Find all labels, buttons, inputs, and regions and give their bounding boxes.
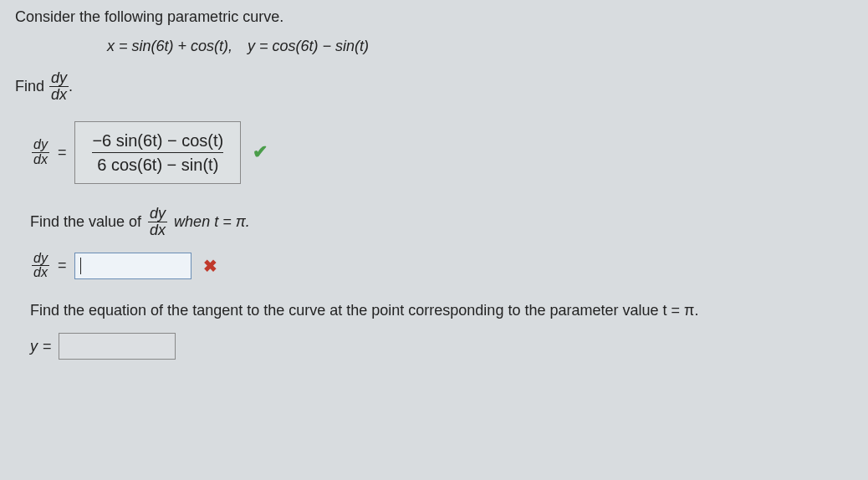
check-icon: ✔ bbox=[253, 141, 268, 163]
dy-dx-value-lhs-num: dy bbox=[32, 252, 49, 266]
text-cursor bbox=[80, 258, 81, 274]
equals-sign: = bbox=[58, 257, 67, 274]
dy-dx-value-lhs-den: dx bbox=[32, 265, 49, 280]
dy-dx-rhs-den: 6 cos(6t) − sin(t) bbox=[92, 152, 223, 175]
find-dy-dx-prompt: Find dy dx . bbox=[15, 70, 853, 103]
dy-dx-rhs-num: −6 sin(6t) − cos(t) bbox=[87, 130, 228, 152]
dy-dx-value-row: dy dx = ✖ bbox=[32, 252, 853, 281]
y-label: y bbox=[30, 338, 38, 355]
tangent-prompt: Find the equation of the tangent to the … bbox=[30, 302, 853, 319]
find-value-prompt: Find the value of dy dx when t = π. bbox=[30, 206, 853, 238]
equals-sign: = bbox=[58, 144, 67, 161]
dy-dx-answer-row: dy dx = −6 sin(6t) − cos(t) 6 cos(6t) − … bbox=[32, 121, 853, 184]
tangent-answer-input[interactable] bbox=[59, 333, 176, 360]
dy-dx-lhs-den: dx bbox=[32, 152, 49, 167]
cross-icon: ✖ bbox=[203, 256, 217, 276]
dy-dx-lhs-num: dy bbox=[32, 138, 49, 152]
tangent-answer-row: y = bbox=[30, 333, 853, 360]
problem-prompt: Consider the following parametric curve. bbox=[15, 8, 853, 26]
equals-sign: = bbox=[43, 338, 52, 355]
parametric-equations: x = sin(6t) + cos(t), y = cos(6t) − sin(… bbox=[107, 38, 853, 55]
dy-dx-value-input[interactable] bbox=[74, 253, 191, 279]
dy-dx-answer-box[interactable]: −6 sin(6t) − cos(t) 6 cos(6t) − sin(t) bbox=[74, 121, 241, 184]
